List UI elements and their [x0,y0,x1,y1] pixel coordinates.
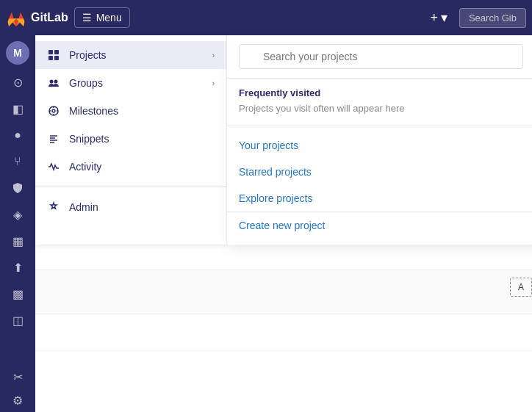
menu-label: Menu [96,12,122,24]
svg-rect-1 [54,50,59,54]
navbar-actions: + ▾ Search Gib [424,6,526,29]
milestones-label: Milestones [69,105,215,117]
sidebar-icon-settings[interactable]: ◈ [6,203,29,226]
create-new-project-link[interactable]: Create new project [227,212,532,239]
activity-menu-icon [47,160,60,173]
projects-links: Your projects Starred projects Explore p… [227,126,532,245]
projects-panel: 🔍 Frequently visited Projects you visit … [226,35,532,245]
menu-panel: Projects › Groups › [35,35,226,245]
sidebar-icon-issues[interactable]: ● [6,123,29,147]
sidebar-icon-cloud[interactable]: ⬆ [6,256,29,279]
frequently-visited-section: Frequently visited Projects you visit of… [227,79,532,126]
menu-item-admin[interactable]: Admin [35,193,226,221]
hamburger-icon: ☰ [82,12,92,24]
your-projects-link[interactable]: Your projects [227,132,532,159]
milestones-icon [47,104,60,118]
svg-point-4 [50,80,54,84]
plus-icon: + [430,10,438,26]
sidebar-icon-activity[interactable]: ⊙ [6,71,29,94]
groups-label: Groups [69,77,204,89]
svg-rect-2 [48,56,53,60]
svg-rect-3 [54,56,59,60]
bg-row-7 [35,314,532,351]
menu-item-groups[interactable]: Groups › [35,69,226,97]
sidebar-icon-repo[interactable]: ◧ [6,97,29,120]
sidebar-icon-gear[interactable]: ⚙ [6,388,29,412]
snippets-label: Snippets [69,133,215,145]
groups-arrow-icon: › [212,79,215,87]
menu-button[interactable]: ☰ Menu [74,7,130,28]
svg-point-7 [52,109,55,112]
menu-item-projects[interactable]: Projects › [35,41,226,69]
svg-rect-0 [48,50,53,54]
projects-icon [47,48,60,62]
navbar-brand: GitLab [6,7,68,28]
snippets-icon [47,132,60,145]
activity-label: Activity [69,161,215,173]
sidebar-icon-merge[interactable]: ⑂ [6,150,29,173]
bg-row-6 [35,270,532,314]
sidebar: M ⊙ ◧ ● ⑂ ◈ ▦ ⬆ ▩ ◫ ✂ ⚙ [0,35,35,412]
explore-projects-link[interactable]: Explore projects [227,185,532,212]
brand-name: GitLab [31,11,68,24]
admin-icon [47,200,60,214]
menu-divider [35,187,226,187]
projects-label: Projects [69,49,204,61]
navbar: GitLab ☰ Menu + ▾ Search Gib [0,0,532,35]
add-button[interactable]: + ▾ [424,6,453,29]
add-dashed-button[interactable]: A [510,278,532,297]
search-wrapper: 🔍 [239,44,523,69]
svg-point-5 [54,80,58,84]
projects-arrow-icon: › [212,51,215,59]
menu-item-snippets[interactable]: Snippets [35,125,226,153]
frequently-visited-empty: Projects you visit often will appear her… [239,103,523,123]
projects-search-input[interactable] [239,44,523,69]
add-chevron-icon: ▾ [441,10,447,26]
sidebar-icon-graph[interactable]: ▩ [6,282,29,306]
sidebar-icon-scissors[interactable]: ✂ [6,365,29,388]
sidebar-icon-package[interactable]: ◫ [6,308,29,332]
avatar[interactable]: M [6,41,29,65]
groups-icon [47,76,60,90]
dropdown-overlay: Projects › Groups › [35,35,532,245]
sidebar-icon-monitor[interactable]: ▦ [6,229,29,253]
admin-label: Admin [69,201,215,213]
menu-item-milestones[interactable]: Milestones [35,97,226,125]
frequently-visited-title: Frequently visited [239,87,523,98]
gitlab-logo-icon [6,7,26,28]
search-button[interactable]: Search Gib [459,8,526,28]
menu-item-activity[interactable]: Activity [35,153,226,181]
sidebar-icon-shield[interactable] [6,176,29,200]
starred-projects-link[interactable]: Starred projects [227,159,532,185]
projects-search-area: 🔍 [227,35,532,79]
